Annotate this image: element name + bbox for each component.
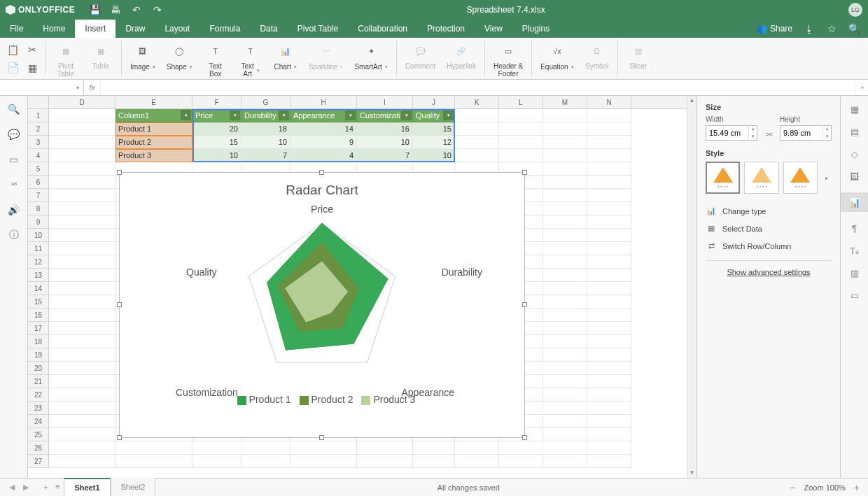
cell[interactable] [413,455,455,468]
cell[interactable]: Product 1 [115,122,192,136]
comment-button[interactable]: 💬Comment [402,41,438,71]
cell[interactable] [290,455,357,468]
cell[interactable] [49,388,115,402]
more-styles-icon[interactable]: ▸ [822,175,832,181]
pivot-table-button[interactable]: ▦PivotTable [51,41,80,79]
cell[interactable]: 7 [241,149,290,162]
select-data-button[interactable]: ▦Select Data [706,220,832,237]
filter-icon[interactable]: ▾ [345,110,356,120]
aspect-lock-icon[interactable]: ⫘ [763,129,774,141]
cell[interactable] [587,388,631,402]
cell[interactable] [49,441,115,455]
cell[interactable]: 14 [290,122,357,136]
cell[interactable] [49,162,115,176]
resize-handle[interactable] [117,170,122,175]
cell[interactable]: Product 2 [115,136,192,149]
sheet-tab[interactable]: Sheet2 [111,478,156,496]
user-avatar[interactable]: LG [848,3,862,17]
cell[interactable] [543,202,587,215]
cell[interactable] [49,109,115,122]
col-header[interactable]: L [499,96,543,108]
cell[interactable] [455,109,499,122]
row-header[interactable]: 8 [28,202,48,215]
height-input[interactable]: ▲▼ [780,125,832,141]
col-header[interactable]: I [357,96,413,108]
cell[interactable] [115,455,192,468]
cell[interactable]: Durability▾ [241,109,290,122]
cell[interactable] [455,441,499,455]
text-box-button[interactable]: TTextBox [201,41,230,79]
cell[interactable] [543,348,587,362]
cell[interactable] [587,322,631,335]
row-header[interactable]: 7 [28,189,48,202]
scroll-up-icon[interactable]: ▲ [687,96,696,106]
chart-button[interactable]: 📊Chart [271,41,300,72]
zoom-in-icon[interactable]: + [854,482,860,493]
cell[interactable] [241,441,290,455]
cell[interactable] [587,136,631,149]
cell[interactable] [455,149,499,162]
resize-handle[interactable] [319,435,324,440]
row-header[interactable]: 9 [28,215,48,229]
menu-tab-pivot-table[interactable]: Pivot Table [288,20,348,38]
row-header[interactable]: 6 [28,176,48,189]
add-sheet-icon[interactable]: ＋ [42,482,50,493]
cell[interactable] [115,441,192,455]
cell[interactable]: 7 [357,149,413,162]
cut-icon[interactable]: ✂ [25,43,39,57]
cell[interactable]: 10 [413,149,455,162]
row-header[interactable]: 19 [28,348,48,362]
cell[interactable] [357,441,413,455]
row-header[interactable]: 1 [28,109,48,122]
cell[interactable] [587,282,631,295]
cell[interactable] [587,149,631,162]
cell[interactable]: 10 [192,149,241,162]
search-icon[interactable]: 🔍 [848,23,860,34]
cell[interactable] [49,242,115,255]
vertical-scrollbar[interactable]: ▲ ▼ [687,96,696,478]
textart-settings-icon[interactable]: Tₐ [848,244,861,257]
cell[interactable] [413,441,455,455]
sheet-list-icon[interactable]: ≡ [55,482,59,493]
col-header[interactable]: N [587,96,631,108]
spreadsheet-area[interactable]: DEFGHIJKLMN 1234567891011121314151617181… [28,96,696,478]
cell[interactable] [587,375,631,388]
cell[interactable]: 20 [192,122,241,136]
cell[interactable]: 15 [413,122,455,136]
expand-formula-icon[interactable]: ▾ [855,80,868,95]
cell[interactable] [543,282,587,295]
menu-tab-formula[interactable]: Formula [200,20,250,38]
cell[interactable] [49,176,115,189]
cell[interactable]: 12 [413,136,455,149]
chart-style-2[interactable]: ● ● ● ● [744,162,778,194]
cell[interactable] [499,441,543,455]
cell[interactable] [49,122,115,136]
cell[interactable] [543,375,587,388]
cell[interactable] [543,402,587,415]
col-header[interactable]: M [543,96,587,108]
prev-sheet-icon[interactable]: ◀ [7,483,17,492]
cell[interactable] [543,242,587,255]
redo-icon[interactable]: ↷ [152,4,163,15]
row-header[interactable]: 20 [28,362,48,375]
row-header[interactable]: 5 [28,162,48,176]
resize-handle[interactable] [117,435,122,440]
cell[interactable]: 10 [241,136,290,149]
row-header[interactable]: 26 [28,441,48,455]
cell[interactable]: 16 [357,122,413,136]
row-header[interactable]: 18 [28,335,48,348]
cell[interactable]: Column1▾ [115,109,192,122]
cell[interactable] [543,176,587,189]
cell[interactable]: Product 3 [115,149,192,162]
cell[interactable] [587,269,631,282]
cell[interactable] [290,441,357,455]
scroll-down-icon[interactable]: ▼ [687,468,696,478]
cell[interactable] [587,309,631,322]
cell[interactable]: 15 [192,136,241,149]
cell[interactable] [543,149,587,162]
symbol-button[interactable]: ΩSymbol [582,41,612,71]
cell[interactable] [587,189,631,202]
fx-label[interactable]: fx [84,80,101,95]
cell[interactable] [543,415,587,428]
format-painter-icon[interactable]: ▦ [25,61,39,75]
